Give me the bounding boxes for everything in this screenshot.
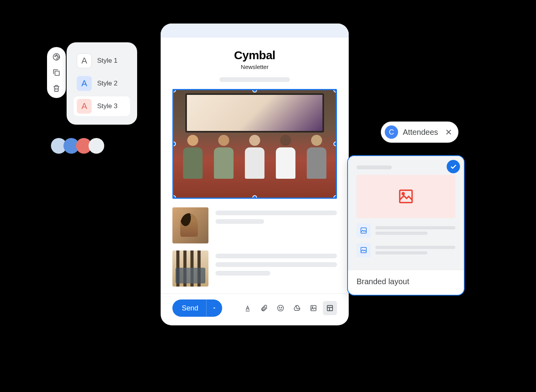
layout-option-card[interactable]: Branded layout xyxy=(347,155,465,296)
thumbnail-image xyxy=(172,250,208,287)
send-more-options[interactable] xyxy=(206,299,222,317)
check-icon xyxy=(447,160,460,173)
svg-rect-17 xyxy=(361,228,366,233)
palette-icon[interactable] xyxy=(52,53,61,61)
close-icon[interactable] xyxy=(444,128,453,136)
content-rows xyxy=(172,207,337,287)
resize-handle[interactable] xyxy=(172,195,176,199)
thumbnail-image xyxy=(172,207,208,243)
svg-point-8 xyxy=(279,307,280,308)
format-text-icon[interactable] xyxy=(241,301,255,315)
layout-icon[interactable] xyxy=(323,301,337,315)
content-row[interactable] xyxy=(172,207,337,243)
resize-handle[interactable] xyxy=(333,89,337,93)
email-composer: Cymbal Newsletter xyxy=(161,24,349,325)
hero-image-content xyxy=(174,90,336,198)
style-tool-pill xyxy=(47,47,66,98)
style-picker-panel: A Style 1 A Style 2 A Style 3 xyxy=(67,42,137,125)
svg-rect-18 xyxy=(361,247,366,253)
composer-toolbar: Send xyxy=(161,294,349,325)
attachment-icon[interactable] xyxy=(257,301,271,315)
image-placeholder-icon xyxy=(357,223,371,238)
content-row[interactable] xyxy=(172,250,337,287)
resize-handle[interactable] xyxy=(333,142,337,146)
composer-body: Cymbal Newsletter xyxy=(161,38,349,294)
style-label: Style 2 xyxy=(97,80,118,87)
resize-handle[interactable] xyxy=(333,195,337,199)
svg-rect-4 xyxy=(55,71,59,75)
chip-label: Attendees xyxy=(403,128,438,137)
emoji-icon[interactable] xyxy=(273,301,288,315)
svg-point-11 xyxy=(312,307,313,308)
toolbar-icons xyxy=(241,301,337,315)
style-label: Style 1 xyxy=(97,57,118,65)
style-option-1[interactable]: A Style 1 xyxy=(74,51,130,71)
brand-name: Cymbal xyxy=(172,49,337,62)
svg-point-3 xyxy=(57,56,58,56)
style-swatch-icon: A xyxy=(77,99,92,114)
image-icon[interactable] xyxy=(306,301,321,315)
composer-header xyxy=(161,24,349,38)
svg-rect-15 xyxy=(400,190,412,203)
placeholder-text xyxy=(215,250,337,287)
placeholder-text xyxy=(215,207,337,243)
color-swatch[interactable] xyxy=(89,138,104,154)
copy-icon[interactable] xyxy=(52,68,61,77)
avatar: C xyxy=(385,125,398,139)
brand-subhead: Newsletter xyxy=(172,64,337,70)
svg-point-2 xyxy=(56,55,57,56)
drive-icon[interactable] xyxy=(290,301,304,315)
style-label: Style 3 xyxy=(97,102,118,110)
layout-title: Branded layout xyxy=(348,270,464,295)
svg-point-9 xyxy=(281,307,282,308)
svg-point-16 xyxy=(402,192,404,194)
style-swatch-icon: A xyxy=(77,53,92,68)
hero-image-wrap xyxy=(172,89,337,199)
send-button-group: Send xyxy=(172,299,222,317)
style-option-2[interactable]: A Style 2 xyxy=(74,74,130,93)
style-option-3[interactable]: A Style 3 xyxy=(74,96,130,116)
hero-image-selected[interactable] xyxy=(172,89,337,199)
image-placeholder-icon xyxy=(357,243,371,257)
svg-point-1 xyxy=(55,56,56,56)
trash-icon[interactable] xyxy=(52,84,61,93)
send-button[interactable]: Send xyxy=(172,299,206,317)
image-placeholder-icon xyxy=(357,175,455,218)
color-palette xyxy=(51,138,104,154)
placeholder-line xyxy=(219,77,290,82)
resize-handle[interactable] xyxy=(252,195,257,199)
style-swatch-icon: A xyxy=(77,76,92,91)
layout-preview xyxy=(348,156,464,270)
recipient-chip[interactable]: C Attendees xyxy=(381,122,458,143)
svg-point-7 xyxy=(278,305,284,311)
